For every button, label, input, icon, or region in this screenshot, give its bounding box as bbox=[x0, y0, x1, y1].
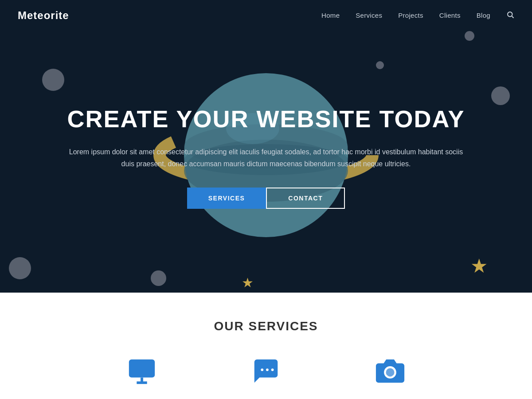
nav-projects[interactable]: Projects bbox=[398, 12, 423, 19]
nav-clients[interactable]: Clients bbox=[439, 12, 461, 19]
hero-section: ★ ★ CREATE YOUR WEB bbox=[0, 31, 532, 293]
decorative-star-1: ★ bbox=[470, 254, 488, 277]
nav-home[interactable]: Home bbox=[321, 12, 340, 19]
service-item-camera: Lorem ipsum bbox=[346, 356, 434, 399]
nav-menu: Home Services Projects Clients Blog bbox=[321, 11, 514, 21]
decorative-circle-4 bbox=[491, 86, 510, 105]
svg-line-1 bbox=[512, 16, 514, 18]
services-section: OUR SERVICES Lorem ipsum bbox=[0, 293, 532, 399]
decorative-circle-3 bbox=[376, 61, 384, 69]
decorative-circle-5 bbox=[151, 270, 166, 286]
decorative-circle-1 bbox=[42, 69, 64, 91]
hero-subtitle: Lorem ipsum dolor sit amet consectetur a… bbox=[66, 146, 466, 170]
nav-services[interactable]: Services bbox=[356, 12, 382, 19]
chat-icon bbox=[250, 356, 282, 391]
svg-point-15 bbox=[266, 368, 269, 371]
search-icon-button[interactable] bbox=[506, 11, 514, 21]
navbar: Meteorite Home Services Projects Clients… bbox=[0, 0, 532, 31]
svg-point-0 bbox=[508, 12, 512, 17]
brand-logo: Meteorite bbox=[18, 9, 69, 22]
monitor-icon bbox=[126, 356, 157, 391]
services-heading: OUR SERVICES bbox=[18, 319, 514, 333]
hero-buttons: SERVICES CONTACT bbox=[66, 188, 466, 209]
contact-button[interactable]: CONTACT bbox=[266, 188, 345, 209]
decorative-circle-2 bbox=[465, 31, 474, 41]
svg-point-14 bbox=[261, 368, 263, 371]
svg-rect-11 bbox=[129, 360, 155, 378]
hero-content: CREATE YOUR WEBSITE TODAY Lorem ipsum do… bbox=[66, 106, 466, 209]
nav-blog[interactable]: Blog bbox=[477, 12, 490, 19]
services-grid: Lorem ipsum Lorem ipsum bbox=[18, 356, 514, 399]
decorative-star-2: ★ bbox=[242, 275, 254, 290]
service-item-chat: Lorem ipsum bbox=[222, 356, 310, 399]
camera-icon bbox=[375, 356, 406, 391]
service-item-monitor: Lorem ipsum bbox=[98, 356, 186, 399]
svg-point-16 bbox=[271, 368, 274, 371]
services-button[interactable]: SERVICES bbox=[187, 188, 266, 209]
decorative-circle-6 bbox=[9, 257, 31, 279]
hero-title: CREATE YOUR WEBSITE TODAY bbox=[66, 106, 466, 132]
